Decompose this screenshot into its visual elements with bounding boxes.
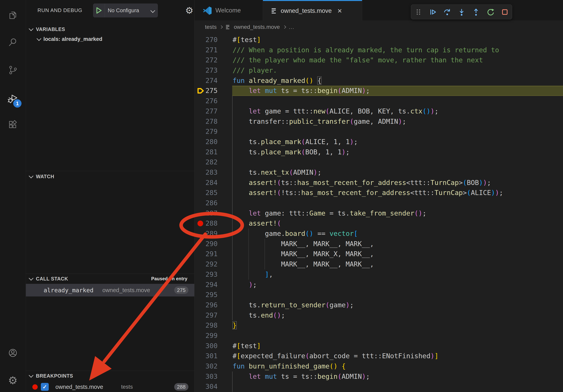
line-number[interactable]: 296 xyxy=(194,300,218,310)
line-number[interactable]: 297 xyxy=(194,310,218,321)
code-line: 279 xyxy=(194,127,563,137)
step-into-button[interactable] xyxy=(455,6,468,18)
breadcrumb-folder[interactable]: tests xyxy=(205,24,217,30)
extensions-icon[interactable] xyxy=(0,120,26,130)
explorer-icon[interactable] xyxy=(0,10,26,20)
code-line: 275 let mut ts = ts::begin(ADMIN); xyxy=(194,86,563,96)
toolbar-drag-grip[interactable] xyxy=(412,6,425,18)
code-line: 271/// When a position is already marked… xyxy=(194,45,563,55)
variables-section-header[interactable]: VARIABLES xyxy=(26,24,194,34)
variables-label: VARIABLES xyxy=(36,26,65,32)
line-number[interactable]: 293 xyxy=(194,269,218,280)
account-icon[interactable] xyxy=(0,348,26,358)
debug-settings-gear-icon[interactable]: ⚙ xyxy=(185,0,193,21)
line-number[interactable]: 295 xyxy=(194,290,218,300)
step-over-button[interactable] xyxy=(441,6,454,18)
line-number[interactable]: 282 xyxy=(194,157,218,167)
sidebar-header: RUN AND DEBUG No Configura ⚙ ⋯ xyxy=(26,0,194,21)
breadcrumb-file[interactable]: owned_tests.move xyxy=(234,24,280,30)
code-line: 292 MARK__, MARK__, MARK__, xyxy=(194,259,563,269)
line-number[interactable]: 298 xyxy=(194,320,218,331)
line-number[interactable]: 277 xyxy=(194,106,218,117)
breakpoint-dot-icon xyxy=(32,384,38,390)
code-line: 270#[test] xyxy=(194,35,563,45)
line-number[interactable]: 287 xyxy=(194,208,218,219)
continue-button[interactable] xyxy=(426,6,439,18)
section-divider xyxy=(26,274,194,274)
stop-button[interactable] xyxy=(499,6,511,18)
line-number[interactable]: 274 xyxy=(194,76,218,86)
line-number[interactable]: 299 xyxy=(194,331,218,341)
breadcrumb-symbol[interactable]: ... xyxy=(289,24,294,30)
code-line: 293 ], xyxy=(194,269,563,280)
tab-welcome[interactable]: Welcome xyxy=(194,0,263,21)
code-line-text: MARK__, MARK_X, MARK__, xyxy=(232,249,374,259)
line-number[interactable]: 283 xyxy=(194,167,218,178)
code-line: 285 assert!(!ts::has_most_recent_for_add… xyxy=(194,188,563,198)
line-number[interactable]: 304 xyxy=(194,381,218,392)
chevron-down-icon xyxy=(29,173,33,178)
close-icon[interactable]: ✕ xyxy=(337,8,342,14)
line-number[interactable]: 279 xyxy=(194,127,218,137)
frame-line-badge: 275 xyxy=(174,287,188,294)
start-debugging-control[interactable]: No Configura xyxy=(93,3,158,17)
code-line: 304 xyxy=(194,381,563,392)
line-number[interactable]: 301 xyxy=(194,351,218,361)
breakpoint-checkbox[interactable]: ✓ xyxy=(41,383,49,391)
line-number[interactable]: 286 xyxy=(194,198,218,208)
line-number[interactable]: 291 xyxy=(194,249,218,259)
code-line-text: transfer::public_transfer(game, ADMIN); xyxy=(232,117,406,127)
line-number[interactable]: 302 xyxy=(194,361,218,371)
breakpoints-section-header[interactable]: BREAKPOINTS xyxy=(26,371,194,380)
call-stack-section-header[interactable]: CALL STACK Paused on entry xyxy=(26,274,194,283)
variables-scope-row[interactable]: locals: already_marked xyxy=(26,34,194,44)
tab-label: owned_tests.move xyxy=(281,7,332,14)
line-number[interactable]: 278 xyxy=(194,117,218,127)
vscode-window: 1 ⚙ RUN AND DEBUG xyxy=(0,0,563,392)
search-icon[interactable] xyxy=(0,37,26,48)
line-number[interactable]: 294 xyxy=(194,280,218,290)
source-control-icon[interactable] xyxy=(0,65,26,75)
line-number[interactable]: 300 xyxy=(194,341,218,351)
watch-section-header[interactable]: WATCH xyxy=(26,171,194,182)
code-line: 273/// player. xyxy=(194,65,563,76)
chevron-down-icon xyxy=(29,26,33,31)
line-number[interactable]: 289 xyxy=(194,229,218,239)
line-number[interactable]: 284 xyxy=(194,178,218,188)
call-stack-frame-row[interactable]: already_marked owned_tests.move 275 xyxy=(26,284,194,297)
code-line: 286 xyxy=(194,198,563,208)
debug-badge: 1 xyxy=(13,99,22,108)
settings-gear-icon[interactable]: ⚙ xyxy=(0,375,26,385)
debug-sidebar: RUN AND DEBUG No Configura ⚙ ⋯ VARIABLES… xyxy=(26,0,194,392)
line-number[interactable]: 290 xyxy=(194,239,218,249)
line-number[interactable]: 280 xyxy=(194,137,218,147)
breakpoint-row[interactable]: ✓ owned_tests.move tests 288 xyxy=(26,382,194,392)
tab-owned-tests-move[interactable]: owned_tests.move ✕ xyxy=(263,0,362,21)
line-number[interactable]: 285 xyxy=(194,188,218,198)
indent-guide xyxy=(232,198,232,208)
move-file-icon xyxy=(226,25,230,29)
line-number[interactable]: 272 xyxy=(194,55,218,65)
run-and-debug-icon[interactable]: 1 xyxy=(0,93,26,104)
line-number[interactable]: 303 xyxy=(194,371,218,382)
code-line: 295 xyxy=(194,290,563,300)
restart-button[interactable] xyxy=(484,6,497,18)
line-number[interactable]: 276 xyxy=(194,96,218,106)
chevron-right-icon xyxy=(219,26,223,29)
line-number[interactable]: 292 xyxy=(194,259,218,269)
code-line: 284 assert!(ts::has_most_recent_for_addr… xyxy=(194,178,563,188)
step-out-button[interactable] xyxy=(470,6,482,18)
line-number[interactable]: 270 xyxy=(194,35,218,45)
start-debugging-play-icon[interactable] xyxy=(93,4,105,17)
code-line-text: ts.return_to_sender(game); xyxy=(232,300,354,310)
code-line-text: /// player. xyxy=(232,65,277,76)
code-line: 281 ts.place_mark(BOB, 1, 1); xyxy=(194,147,563,157)
line-number[interactable]: 271 xyxy=(194,45,218,55)
debug-configuration-select[interactable]: No Configura xyxy=(105,8,151,14)
breakpoint-dot[interactable] xyxy=(197,221,203,226)
code-editor[interactable]: 270#[test]271/// When a position is alre… xyxy=(194,33,563,392)
code-line-text: ], xyxy=(232,269,273,280)
line-number[interactable]: 273 xyxy=(194,65,218,76)
code-line: 278 transfer::public_transfer(game, ADMI… xyxy=(194,117,563,127)
line-number[interactable]: 281 xyxy=(194,147,218,157)
